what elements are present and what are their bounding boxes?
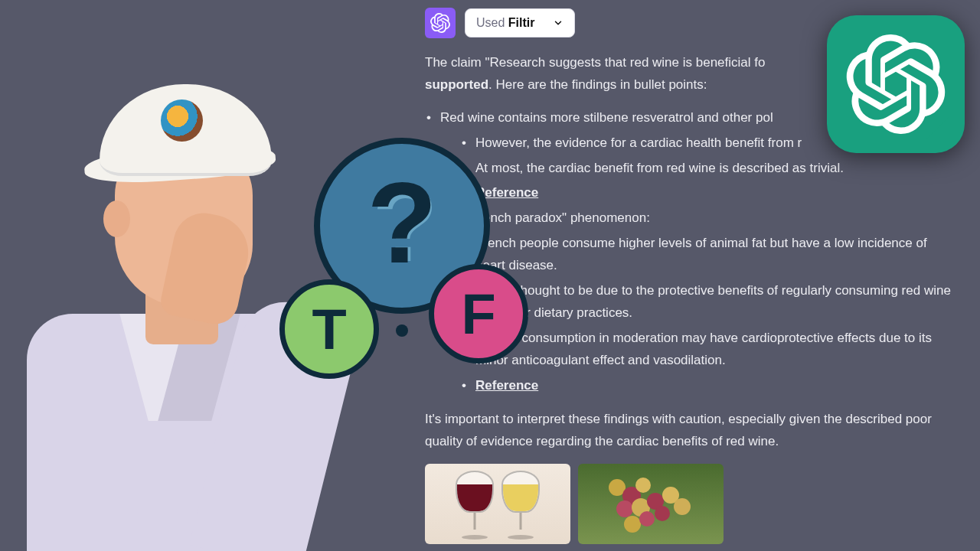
plugin-badge [425,8,456,38]
dropdown-plugin-name: Filtir [508,16,535,29]
bullet-1-text: Red wine contains more stilbene resverat… [440,110,773,125]
intro-text-3: . Here are the findings in bullet points… [488,77,707,92]
bullet-1-sub-2: At most, the cardiac benefit from red wi… [460,158,953,180]
person-overlay [0,8,318,551]
true-false-question-icon: ? ? T F [276,130,528,383]
openai-logo-overlay [827,15,965,153]
chevron-down-icon [553,18,564,28]
closing-paragraph: It's important to interpret these findin… [425,409,953,453]
wine-glasses-thumb[interactable] [425,464,570,544]
dropdown-prefix: Used [476,16,505,29]
bullet-1-ref: Reference [460,182,953,204]
intro-supported: supported [425,77,488,92]
image-row [425,464,953,544]
openai-icon [430,13,450,33]
bullet-2-sub-2: This is thought to be due to the protect… [460,280,953,324]
true-letter: T [312,297,346,362]
false-letter: F [461,282,495,347]
bullet-2-sub-1: French people consume higher levels of a… [460,233,953,277]
bullet-2-sub-3: Alcohol consumption in moderation may ha… [460,328,953,372]
intro-text-1: The claim "Research suggests that red wi… [425,55,765,70]
openai-icon [846,34,946,134]
grapes-thumb[interactable] [578,464,724,544]
bullet-2-ref: Reference [460,375,953,397]
plugin-dropdown[interactable]: Used Filtir [465,8,575,37]
